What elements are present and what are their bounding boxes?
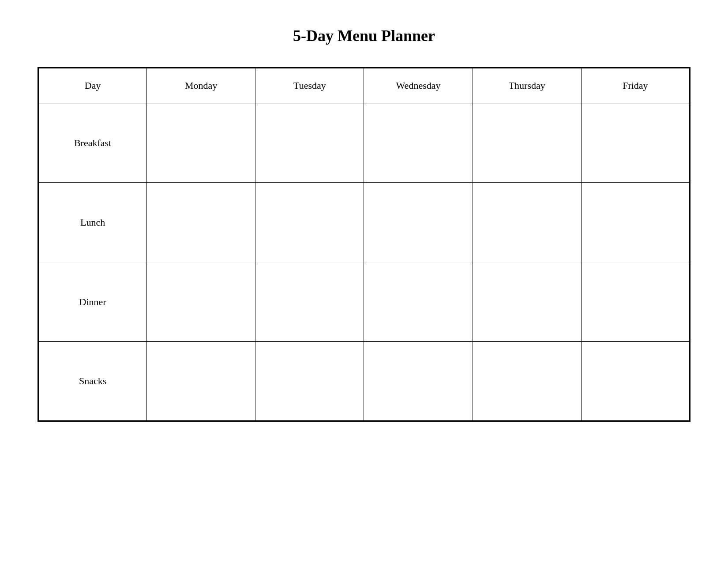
- cell-breakfast-thursday[interactable]: [473, 103, 581, 183]
- page-title: 5-Day Menu Planner: [293, 26, 435, 45]
- header-friday: Friday: [581, 68, 690, 103]
- header-wednesday: Wednesday: [364, 68, 473, 103]
- label-breakfast: Breakfast: [38, 103, 147, 183]
- row-breakfast: Breakfast: [38, 103, 690, 183]
- cell-dinner-friday[interactable]: [581, 262, 690, 342]
- cell-lunch-monday[interactable]: [147, 183, 255, 262]
- cell-dinner-thursday[interactable]: [473, 262, 581, 342]
- cell-breakfast-friday[interactable]: [581, 103, 690, 183]
- cell-dinner-monday[interactable]: [147, 262, 255, 342]
- cell-snacks-wednesday[interactable]: [364, 342, 473, 421]
- cell-breakfast-wednesday[interactable]: [364, 103, 473, 183]
- cell-snacks-thursday[interactable]: [473, 342, 581, 421]
- cell-dinner-tuesday[interactable]: [255, 262, 364, 342]
- cell-lunch-thursday[interactable]: [473, 183, 581, 262]
- header-thursday: Thursday: [473, 68, 581, 103]
- cell-breakfast-monday[interactable]: [147, 103, 255, 183]
- cell-dinner-wednesday[interactable]: [364, 262, 473, 342]
- header-monday: Monday: [147, 68, 255, 103]
- label-snacks: Snacks: [38, 342, 147, 421]
- header-tuesday: Tuesday: [255, 68, 364, 103]
- row-lunch: Lunch: [38, 183, 690, 262]
- label-dinner: Dinner: [38, 262, 147, 342]
- cell-breakfast-tuesday[interactable]: [255, 103, 364, 183]
- cell-snacks-friday[interactable]: [581, 342, 690, 421]
- row-snacks: Snacks: [38, 342, 690, 421]
- label-lunch: Lunch: [38, 183, 147, 262]
- row-dinner: Dinner: [38, 262, 690, 342]
- cell-lunch-tuesday[interactable]: [255, 183, 364, 262]
- cell-snacks-tuesday[interactable]: [255, 342, 364, 421]
- header-day: Day: [38, 68, 147, 103]
- cell-lunch-wednesday[interactable]: [364, 183, 473, 262]
- cell-snacks-monday[interactable]: [147, 342, 255, 421]
- cell-lunch-friday[interactable]: [581, 183, 690, 262]
- menu-planner-table: Day Monday Tuesday Wednesday Thursday Fr…: [38, 67, 690, 422]
